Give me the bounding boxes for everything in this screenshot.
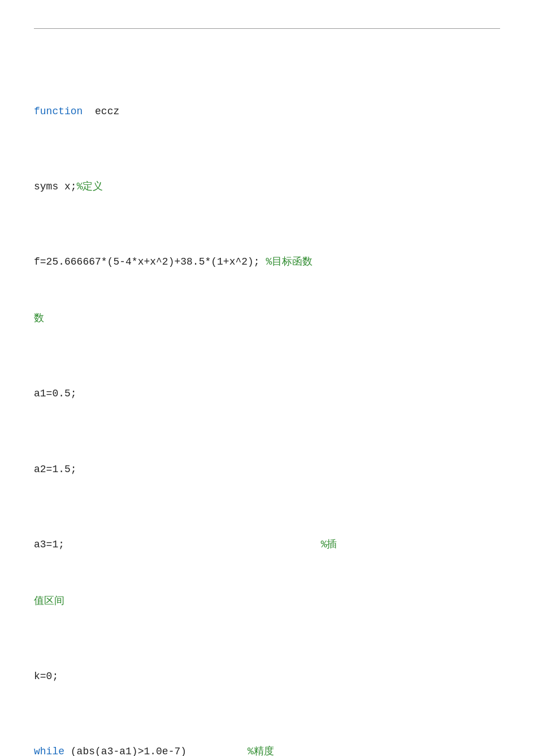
code-line-6-comment: %插: [64, 539, 337, 550]
code-line-6-text: a3=1;: [34, 539, 64, 550]
code-line-8-rest: (abs(a3-a1)>1.0e-7): [64, 746, 186, 756]
top-divider: [34, 28, 500, 29]
code-line-2-comment: %定义: [77, 181, 103, 192]
code-line-3b: 数: [34, 309, 500, 328]
code-line-2: syms x;%定义: [34, 178, 500, 196]
code-line-3-comment: %目标函数: [260, 256, 313, 267]
keyword-while: while: [34, 746, 64, 756]
code-line-7-text: k=0;: [34, 671, 58, 682]
code-line-4: a1=0.5;: [34, 385, 500, 403]
code-line-5: a2=1.5;: [34, 460, 500, 479]
code-line-8-comment: %精度: [186, 746, 274, 756]
code-line-3-comment2: 数: [34, 313, 44, 324]
code-line-4-text: a1=0.5;: [34, 388, 77, 399]
code-line-7: k=0;: [34, 667, 500, 686]
keyword-function: function: [34, 106, 83, 117]
code-line-1: function eccz: [34, 102, 500, 121]
code-line-3-text: f=25.666667*(5-4*x+x^2)+38.5*(1+x^2);: [34, 256, 260, 267]
code-line-3: f=25.666667*(5-4*x+x^2)+38.5*(1+x^2); %目…: [34, 253, 500, 271]
code-line-2-text: syms x;: [34, 181, 77, 192]
code-line-6-comment2: 值区间: [34, 595, 64, 607]
code-line-6b: 值区间: [34, 592, 500, 611]
page: function eccz syms x;%定义 f=25.666667*(5-…: [0, 0, 534, 756]
code-line-8: while (abs(a3-a1)>1.0e-7) %精度: [34, 742, 500, 756]
code-line-1-rest: eccz: [83, 106, 119, 117]
code-line-6: a3=1; %插: [34, 535, 500, 554]
code-line-5-text: a2=1.5;: [34, 464, 77, 475]
code-block: function eccz syms x;%定义 f=25.666667*(5-…: [34, 46, 500, 756]
